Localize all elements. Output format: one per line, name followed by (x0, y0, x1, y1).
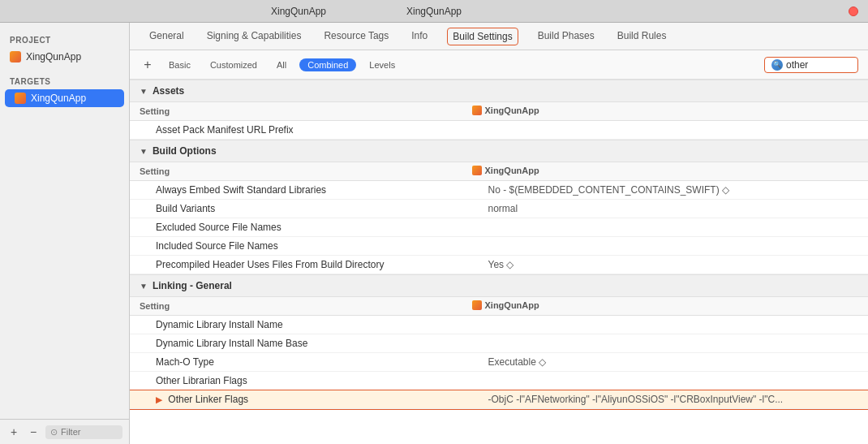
tab-resource-tags[interactable]: Resource Tags (320, 25, 392, 48)
setting-value: Yes ◇ (462, 256, 869, 274)
close-button[interactable] (849, 6, 858, 16)
setting-value (462, 372, 869, 390)
table-row-other-linker-flags[interactable]: ▶ Other Linker Flags -ObjC -l"AFNetworki… (130, 390, 868, 409)
table-row: Dynamic Library Install Name Base (130, 334, 868, 353)
setting-value (462, 237, 869, 256)
add-setting-button[interactable]: + (140, 57, 156, 73)
tab-build-phases[interactable]: Build Phases (535, 25, 598, 48)
filter-icon: ⊙ (50, 427, 58, 438)
sidebar: PROJECT XingQunApp TARGETS XingQunApp + … (0, 23, 130, 444)
setting-name: Build Variants (130, 200, 462, 218)
tab-general[interactable]: General (146, 25, 187, 48)
setting-name: Other Librarian Flags (130, 372, 462, 390)
remove-target-button[interactable]: − (26, 425, 41, 439)
table-row: Included Source File Names (130, 237, 868, 256)
setting-value: Executable ◇ (462, 353, 869, 372)
table-row: Dynamic Library Install Name (130, 316, 868, 334)
assets-table: Setting XingQunApp Asset Pack Manifest U… (130, 102, 868, 140)
search-icon: 🔍 (771, 59, 783, 71)
table-row: Asset Pack Manifest URL Prefix (130, 121, 868, 140)
build-options-col-setting: Setting (130, 162, 462, 181)
search-input[interactable] (786, 59, 851, 71)
content-area: General Signing & Capabilities Resource … (130, 23, 868, 444)
assets-col-headers: Setting XingQunApp (130, 102, 868, 121)
linking-table: Setting XingQunApp Dynamic Library Insta… (130, 297, 868, 409)
table-row: Build Variants normal (130, 200, 868, 218)
build-options-toggle-icon: ▼ (140, 147, 148, 156)
build-options-section-title: Build Options (153, 145, 217, 157)
filter-combined[interactable]: Combined (299, 58, 356, 71)
assets-toggle-icon: ▼ (140, 87, 148, 96)
filter-basic[interactable]: Basic (162, 58, 197, 71)
setting-value: -ObjC -l"AFNetworking" -l"AliyunOSSiOS" … (462, 390, 869, 409)
setting-name: Dynamic Library Install Name (130, 316, 462, 334)
table-row: Excluded Source File Names (130, 218, 868, 237)
build-options-table: Setting XingQunApp Always Embed Swift St… (130, 162, 868, 274)
settings-content: ▼ Assets Setting XingQunApp Asset Pack M… (130, 80, 868, 444)
assets-section-title: Assets (153, 85, 184, 97)
setting-name: Included Source File Names (130, 237, 462, 256)
assets-target-icon (472, 106, 482, 115)
linking-target-icon (472, 300, 482, 310)
setting-name: Always Embed Swift Standard Libraries (130, 181, 462, 200)
sub-toolbar: + Basic Customized All Combined Levels 🔍 (130, 50, 868, 80)
setting-value (462, 334, 869, 353)
add-target-button[interactable]: + (6, 425, 21, 439)
filter-customized[interactable]: Customized (204, 58, 264, 71)
setting-name: Dynamic Library Install Name Base (130, 334, 462, 353)
title-bar: XingQunApp XingQunApp (0, 0, 868, 23)
sidebar-item-project[interactable]: XingQunApp (0, 48, 129, 66)
build-options-target-icon (472, 166, 482, 175)
setting-name: Mach-O Type (130, 353, 462, 372)
expand-arrow-icon: ▶ (156, 395, 162, 404)
linking-col-headers: Setting XingQunApp (130, 297, 868, 316)
setting-value: No - $(EMBEDDED_CONTENT_CONTAINS_SWIFT) … (462, 181, 869, 200)
linking-col-target: XingQunApp (462, 297, 610, 316)
app-title: XingQunApp (271, 6, 326, 17)
section-build-options-header[interactable]: ▼ Build Options (130, 140, 868, 162)
section-assets-header[interactable]: ▼ Assets (130, 80, 868, 102)
setting-name: Excluded Source File Names (130, 218, 462, 237)
tab-info[interactable]: Info (408, 25, 431, 48)
sidebar-item-target[interactable]: XingQunApp (5, 89, 124, 107)
table-row: Always Embed Swift Standard Libraries No… (130, 181, 868, 200)
build-options-col-headers: Setting XingQunApp (130, 162, 868, 181)
targets-section-label: TARGETS (0, 72, 129, 89)
filter-box[interactable]: ⊙ (45, 425, 122, 439)
target-app-icon (15, 93, 26, 104)
linking-section-title: Linking - General (153, 280, 232, 291)
tab-build-settings[interactable]: Build Settings (447, 28, 518, 45)
assets-col-setting: Setting (130, 102, 462, 121)
setting-value (462, 316, 869, 334)
linking-toggle-icon: ▼ (140, 282, 148, 291)
tab-signing[interactable]: Signing & Capabilities (204, 25, 305, 48)
project-app-icon (10, 51, 21, 63)
title-text: XingQunApp (406, 6, 462, 17)
setting-value (462, 218, 869, 237)
filter-all[interactable]: All (270, 58, 293, 71)
setting-name: Precompiled Header Uses Files From Build… (130, 256, 462, 274)
table-row: Precompiled Header Uses Files From Build… (130, 256, 868, 274)
filter-levels[interactable]: Levels (363, 58, 402, 71)
build-options-col-target: XingQunApp (462, 162, 610, 181)
table-row: Other Librarian Flags (130, 372, 868, 390)
tab-build-rules[interactable]: Build Rules (614, 25, 670, 48)
setting-name: Asset Pack Manifest URL Prefix (130, 121, 462, 140)
nav-tabs: General Signing & Capabilities Resource … (130, 23, 868, 50)
filter-input[interactable] (61, 427, 118, 437)
setting-name: ▶ Other Linker Flags (130, 390, 462, 409)
setting-value (462, 121, 610, 140)
search-box[interactable]: 🔍 (764, 57, 858, 73)
linking-col-setting: Setting (130, 297, 462, 316)
table-row: Mach-O Type Executable ◇ (130, 353, 868, 372)
setting-value: normal (462, 200, 869, 218)
assets-col-value (610, 102, 869, 121)
sidebar-bottom: + − ⊙ (0, 419, 129, 444)
assets-col-target: XingQunApp (462, 102, 610, 121)
project-section-label: PROJECT (0, 31, 129, 48)
section-linking-header[interactable]: ▼ Linking - General (130, 274, 868, 297)
